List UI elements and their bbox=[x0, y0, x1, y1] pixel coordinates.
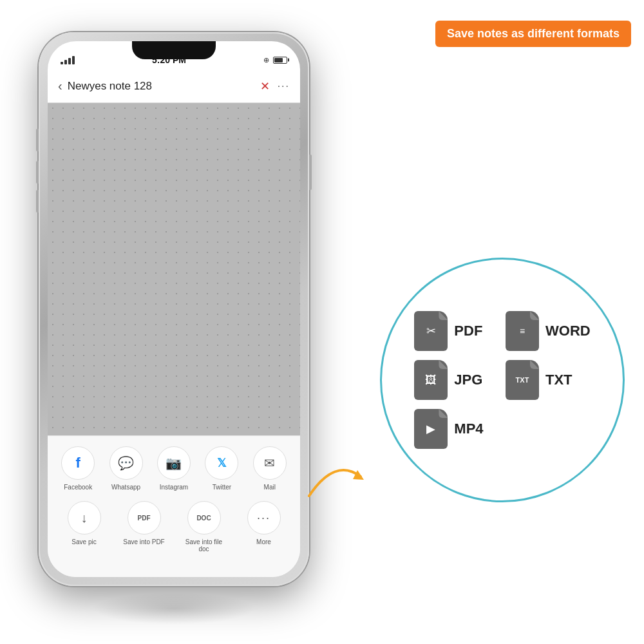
location-icon: ⊕ bbox=[263, 56, 269, 64]
more-share-icon[interactable]: ··· bbox=[247, 501, 281, 535]
note-title: Newyes note 128 bbox=[68, 80, 260, 93]
savetopdf-icon-glyph: PDF bbox=[138, 515, 151, 522]
jpg-label: JPG bbox=[454, 372, 482, 388]
nav-icons: ✕ ··· bbox=[260, 79, 290, 93]
share-mail[interactable]: ✉ Mail bbox=[247, 446, 292, 491]
share-whatsapp[interactable]: 💬 Whatsapp bbox=[104, 446, 149, 491]
more-share-icon-glyph: ··· bbox=[257, 511, 270, 525]
savepic-label: Save pic bbox=[71, 538, 96, 545]
savetofile-icon-glyph: DOC bbox=[196, 515, 211, 522]
word-icon-glyph: ≡ bbox=[520, 326, 525, 336]
whatsapp-icon-glyph: 💬 bbox=[118, 455, 134, 471]
facebook-icon-glyph: f bbox=[76, 455, 80, 471]
twitter-icon-glyph: 𝕏 bbox=[217, 456, 227, 470]
mail-icon-glyph: ✉ bbox=[264, 455, 275, 471]
pdf-icon: ✂︎ bbox=[414, 311, 448, 351]
share-savetofile[interactable]: DOC Save into file doc bbox=[182, 501, 227, 553]
savetopdf-icon[interactable]: PDF bbox=[128, 501, 161, 535]
jpg-icon: 🖼 bbox=[414, 360, 448, 400]
share-savepic[interactable]: ↓ Save pic bbox=[62, 501, 107, 545]
format-jpg: 🖼 JPG bbox=[414, 360, 499, 400]
phone-reflection bbox=[93, 592, 255, 625]
banner-text: Save notes as different formats bbox=[447, 27, 620, 40]
signal-icon bbox=[61, 56, 75, 64]
savepic-icon[interactable]: ↓ bbox=[68, 501, 101, 535]
share-savetopdf[interactable]: PDF Save into PDF bbox=[122, 501, 167, 545]
grid-spacer bbox=[506, 409, 570, 449]
share-row-social: f Facebook 💬 Whatsapp 📷 I bbox=[48, 446, 300, 491]
instagram-icon-glyph: 📷 bbox=[166, 455, 182, 471]
battery-icon bbox=[273, 57, 287, 64]
whatsapp-icon[interactable]: 💬 bbox=[109, 446, 143, 480]
txt-label: TXT bbox=[545, 372, 573, 388]
instagram-label: Instagram bbox=[160, 484, 188, 491]
share-facebook[interactable]: f Facebook bbox=[55, 446, 100, 491]
more-share-label: More bbox=[256, 538, 271, 545]
twitter-icon[interactable]: 𝕏 bbox=[205, 446, 238, 480]
savepic-icon-glyph: ↓ bbox=[81, 511, 88, 526]
mp4-icon: ▶ bbox=[414, 409, 448, 449]
battery-fill bbox=[274, 58, 283, 62]
share-twitter[interactable]: 𝕏 Twitter bbox=[199, 446, 244, 491]
format-pdf: ✂︎ PDF bbox=[414, 311, 499, 351]
phone-screen: 5:20 PM ⊕ ‹ Newyes note 128 ✕ ··· bbox=[48, 41, 300, 577]
jpg-icon-glyph: 🖼 bbox=[425, 374, 437, 387]
mail-label: Mail bbox=[264, 484, 276, 491]
status-right: ⊕ bbox=[263, 56, 287, 64]
arrow-graphic bbox=[303, 451, 367, 502]
word-icon: ≡ bbox=[506, 311, 539, 351]
nav-bar: ‹ Newyes note 128 ✕ ··· bbox=[48, 70, 300, 103]
mp4-label: MP4 bbox=[454, 421, 483, 437]
more-icon[interactable]: ··· bbox=[278, 80, 290, 92]
back-button[interactable]: ‹ bbox=[58, 79, 62, 93]
whatsapp-label: Whatsapp bbox=[111, 484, 140, 491]
savetofile-icon[interactable]: DOC bbox=[187, 501, 221, 535]
pdf-icon-glyph: ✂︎ bbox=[426, 324, 436, 338]
share-row-file: ↓ Save pic PDF Save into PDF DOC bbox=[48, 501, 300, 553]
mp4-icon-glyph: ▶ bbox=[426, 422, 435, 436]
formats-grid: ✂︎ PDF ≡ WORD 🖼 JPG TXT TXT bbox=[401, 298, 603, 462]
savetofile-label: Save into file doc bbox=[182, 538, 227, 553]
savetopdf-label: Save into PDF bbox=[123, 538, 164, 545]
txt-icon: TXT bbox=[506, 360, 539, 400]
share-panel: f Facebook 💬 Whatsapp 📷 I bbox=[48, 435, 300, 577]
twitter-label: Twitter bbox=[213, 484, 231, 491]
phone: 5:20 PM ⊕ ‹ Newyes note 128 ✕ ··· bbox=[39, 32, 309, 586]
note-canvas[interactable] bbox=[48, 103, 300, 442]
format-mp4: ▶ MP4 bbox=[414, 409, 499, 449]
scissors-icon[interactable]: ✕ bbox=[260, 79, 270, 93]
word-label: WORD bbox=[545, 323, 591, 339]
share-more[interactable]: ··· More bbox=[242, 501, 287, 545]
format-word: ≡ WORD bbox=[506, 311, 591, 351]
facebook-icon[interactable]: f bbox=[61, 446, 95, 480]
mail-icon[interactable]: ✉ bbox=[253, 446, 287, 480]
txt-icon-glyph: TXT bbox=[516, 376, 529, 384]
facebook-label: Facebook bbox=[64, 484, 92, 491]
instagram-icon[interactable]: 📷 bbox=[157, 446, 191, 480]
share-instagram[interactable]: 📷 Instagram bbox=[151, 446, 196, 491]
notch bbox=[132, 41, 216, 59]
formats-circle: ✂︎ PDF ≡ WORD 🖼 JPG TXT TXT bbox=[380, 258, 625, 502]
pdf-label: PDF bbox=[454, 323, 482, 339]
format-txt: TXT TXT bbox=[506, 360, 591, 400]
phone-outer: 5:20 PM ⊕ ‹ Newyes note 128 ✕ ··· bbox=[39, 32, 309, 586]
banner: Save notes as different formats bbox=[435, 21, 631, 47]
